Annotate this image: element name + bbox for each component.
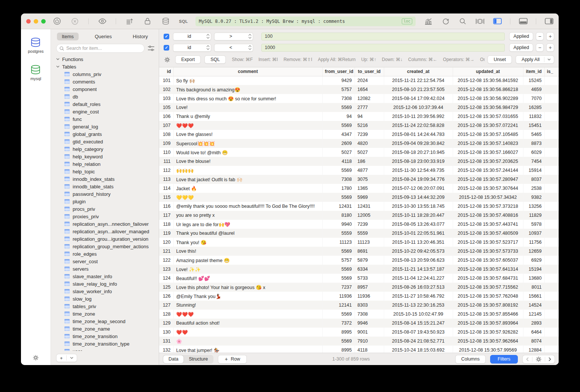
cell-comment[interactable]: @Emily Thank you💃🏾 bbox=[173, 292, 322, 301]
table-row[interactable]: 130❤️❤️899590012015-08-07 19:43:50.92320… bbox=[159, 328, 559, 337]
cell-updated_at[interactable]: 2015-12-08 15:30:57.523717 bbox=[453, 238, 523, 247]
cell-created_at[interactable]: 2015-10-01 22:05:51.961 bbox=[384, 229, 453, 238]
cell-item_id[interactable]: 16285 bbox=[523, 103, 544, 112]
cell-from_user_id[interactable]: 12431 bbox=[322, 202, 355, 211]
filter-enabled-checkbox[interactable]: ✓ bbox=[164, 34, 169, 39]
cell-created_at[interactable]: 2015-09-04 09:28:30.842 bbox=[384, 139, 453, 148]
cell-updated_at[interactable]: 2015-12-08 15:30:57.893964 bbox=[453, 319, 523, 328]
sql-button[interactable]: SQL bbox=[204, 55, 226, 64]
tab-items[interactable]: Items bbox=[57, 33, 79, 40]
column-header-id[interactable]: id bbox=[159, 67, 173, 76]
cell-created_at[interactable]: 2015-08-05 13:26:43.077 bbox=[384, 220, 453, 229]
cell-created_at[interactable]: 2015-08-24 19:09:34.776 bbox=[384, 175, 453, 184]
cell-id[interactable]: 131 bbox=[159, 337, 173, 346]
sidebar-table-item[interactable]: servers bbox=[56, 265, 159, 273]
cell-updated_at[interactable]: 2015-12-08 15:30:57.855466 bbox=[453, 310, 523, 319]
column-header-created_at[interactable]: created_at bbox=[384, 67, 453, 76]
sidebar-table-item[interactable]: help_topic bbox=[56, 168, 159, 175]
cell-updated_at[interactable]: 2015-12-08 15:30:57.808192 bbox=[453, 301, 523, 310]
cell-to_user_id[interactable]: 3075 bbox=[355, 175, 384, 184]
table-row[interactable]: 117you are so pretty x8180120052015-10-1… bbox=[159, 211, 559, 220]
preview-eye-icon[interactable] bbox=[98, 17, 107, 26]
cell-is_[interactable] bbox=[544, 184, 559, 193]
cell-to_user_id[interactable]: 2024 bbox=[355, 76, 384, 85]
cell-id[interactable]: 115 bbox=[159, 193, 173, 202]
cell-id[interactable]: 127 bbox=[159, 301, 173, 310]
cell-comment[interactable]: Ur legs are to die for🙌💖 bbox=[173, 220, 322, 229]
sidebar-table-item[interactable]: replication_asyn...nnection_failover bbox=[56, 220, 159, 228]
cell-updated_at[interactable]: 2015-12-08 15:30:56.984729 bbox=[453, 103, 523, 112]
cell-item_id[interactable]: 11829 bbox=[523, 211, 544, 220]
cell-to_user_id[interactable]: 9001 bbox=[355, 328, 384, 337]
cell-updated_at[interactable]: 2015-12-08 15:30:57.072241 bbox=[453, 121, 523, 130]
cell-created_at[interactable]: 2015-10-15 10:02:47.99 bbox=[384, 310, 453, 319]
cell-updated_at[interactable]: 2015-12-08 15:30:57.715562 bbox=[453, 283, 523, 292]
cell-updated_at[interactable]: 2015-12-08 15:30:57.99569 bbox=[453, 346, 523, 353]
cell-item_id[interactable]: 5978 bbox=[523, 220, 544, 229]
cell-id[interactable]: 101 bbox=[159, 76, 173, 85]
add-item-split-button[interactable]: + bbox=[56, 354, 77, 362]
cell-item_id[interactable]: 8074 bbox=[523, 337, 544, 346]
window-layout-icon[interactable] bbox=[476, 17, 485, 26]
cell-created_at[interactable]: 2015-10-11 18:28:20.447 bbox=[384, 211, 453, 220]
cell-comment[interactable]: Love this dress so much 😍 so nice for su… bbox=[173, 94, 322, 103]
cell-updated_at[interactable]: 2015-12-08 15:30:57.280947 bbox=[453, 175, 523, 184]
table-row[interactable]: 102This background is amazing😍5757165420… bbox=[159, 85, 559, 94]
cell-to_user_id[interactable]: 4877 bbox=[355, 166, 384, 175]
sidebar-table-item[interactable]: server_cost bbox=[56, 258, 159, 265]
cell-from_user_id[interactable]: 5569 bbox=[322, 166, 355, 175]
cell-created_at[interactable]: 2015-08-01 14:24:44.783 bbox=[384, 130, 453, 139]
cell-is_[interactable] bbox=[544, 265, 559, 274]
sidebar-table-item[interactable]: replication_group_member_actions bbox=[56, 243, 159, 250]
table-row[interactable]: 122Amazing pastel theme 😁575758792015-08… bbox=[159, 256, 559, 265]
cell-updated_at[interactable]: 2015-12-08 15:30:57.962664 bbox=[453, 337, 523, 346]
cell-comment[interactable]: 💛💛💛 bbox=[173, 193, 322, 202]
cell-comment[interactable]: Beautiful!! 💕💕 bbox=[173, 274, 322, 283]
cell-to_user_id[interactable]: 7239 bbox=[355, 130, 384, 139]
cell-comment[interactable]: 🙌🙌🙌 bbox=[173, 166, 322, 175]
table-row[interactable]: 108Love the glasses!434772392015-08-01 1… bbox=[159, 130, 559, 139]
cell-is_[interactable] bbox=[544, 121, 559, 130]
search-icon[interactable] bbox=[458, 17, 467, 26]
cell-from_user_id[interactable]: 5569 bbox=[322, 193, 355, 202]
cell-created_at[interactable]: 2015-08-14 15:15:21.247 bbox=[384, 319, 453, 328]
cell-comment[interactable]: Thank u @emily bbox=[173, 112, 322, 121]
cell-id[interactable]: 118 bbox=[159, 220, 173, 229]
cell-is_[interactable] bbox=[544, 310, 559, 319]
cell-to_user_id[interactable]: 1654 bbox=[355, 85, 384, 94]
cell-updated_at[interactable]: 2015-12-08 15:30:57.34342 bbox=[453, 193, 523, 202]
cell-created_at[interactable]: 2015-11-27 10:58:46.792 bbox=[384, 292, 453, 301]
table-row[interactable]: 107❤️❤️❤️556952162015-11-24 22:02:58.828… bbox=[159, 121, 559, 130]
cell-comment[interactable]: ❤️❤️❤️ bbox=[173, 121, 322, 130]
cell-is_[interactable] bbox=[544, 112, 559, 121]
cell-to_user_id[interactable]: 7910 bbox=[355, 337, 384, 346]
cell-to_user_id[interactable]: 7239 bbox=[355, 220, 384, 229]
table-row[interactable]: 115💛💛💛556959692015-09-13 14:44:32.209201… bbox=[159, 193, 559, 202]
cell-from_user_id[interactable]: 5569 bbox=[322, 310, 355, 319]
item-search-input[interactable] bbox=[56, 44, 145, 53]
cell-comment[interactable]: Supercool💥💥💥 bbox=[173, 139, 322, 148]
cell-from_user_id[interactable]: 8995 bbox=[322, 328, 355, 337]
cell-from_user_id[interactable]: 9940 bbox=[322, 220, 355, 229]
cell-updated_at[interactable]: 2015-12-08 15:30:57.140823 bbox=[453, 139, 523, 148]
cell-from_user_id[interactable]: 8180 bbox=[322, 211, 355, 220]
cell-is_[interactable] bbox=[544, 328, 559, 337]
cell-created_at[interactable]: 2015-09-13 14:44:32.209 bbox=[384, 193, 453, 202]
chart-icon[interactable] bbox=[424, 17, 433, 26]
cell-to_user_id[interactable]: 12005 bbox=[355, 211, 384, 220]
table-row[interactable]: 103Love this dress so much 😍 so nice for… bbox=[159, 94, 559, 103]
cell-to_user_id[interactable]: 94 bbox=[355, 112, 384, 121]
table-row[interactable]: 123Love! ✨✨556963342015-11-21 14:13:57.1… bbox=[159, 265, 559, 274]
cell-from_user_id[interactable]: 2609 bbox=[322, 139, 355, 148]
filter-operator-select[interactable]: > bbox=[214, 33, 253, 40]
tree-group-functions[interactable]: Functions bbox=[56, 55, 159, 63]
cell-id[interactable]: 105 bbox=[159, 103, 173, 112]
cell-comment[interactable]: ❤️❤️❤️ bbox=[173, 310, 322, 319]
column-header-item_id[interactable]: item_id bbox=[523, 67, 544, 76]
cell-updated_at[interactable]: 2015-12-08 15:30:57.605037 bbox=[453, 256, 523, 265]
filter-value-input[interactable] bbox=[261, 33, 505, 40]
sidebar-table-item[interactable]: component bbox=[56, 85, 159, 93]
connection-mysql[interactable]: mysql bbox=[30, 65, 41, 81]
table-row[interactable]: 124Beautiful!! 💕💕556957332015-11-04 12:2… bbox=[159, 274, 559, 283]
cell-comment[interactable]: Stunning! bbox=[173, 301, 322, 310]
